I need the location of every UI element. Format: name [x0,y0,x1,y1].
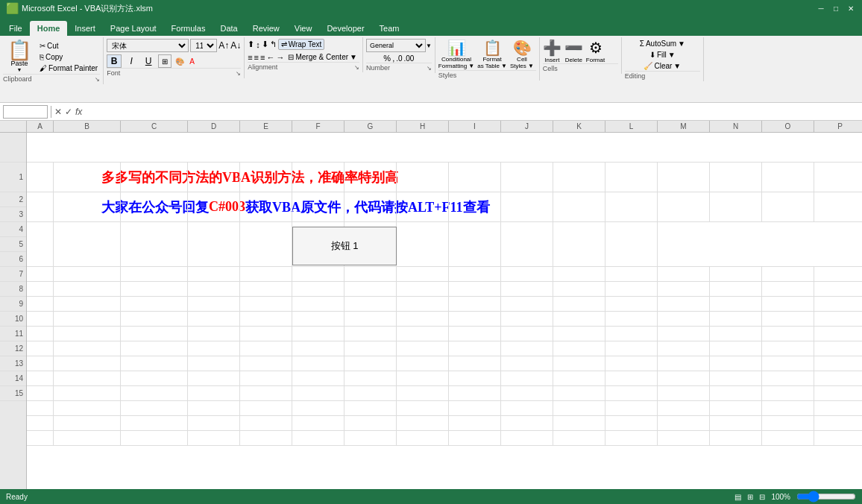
number-format-selector[interactable]: General [366,39,426,52]
empty-row-9[interactable] [27,401,862,416]
minimize-button[interactable]: ─ [816,3,826,13]
tab-data[interactable]: Data [213,21,245,36]
row-num-1: 1 [0,163,26,192]
clipboard-expand-icon[interactable]: ↘ [95,76,100,83]
spreadsheet: A B C D E F G H I J K L M N O P 1 2 3 4 … [0,121,862,500]
wrap-text-button[interactable]: ⇌ Wrap Text [278,39,325,50]
tab-developer[interactable]: Developer [319,21,371,36]
text-direction-icon[interactable]: ↰ [270,40,277,49]
autosum-button[interactable]: Σ AutoSum ▼ [638,39,688,48]
clear-button[interactable]: 🧹 Clear ▼ [641,61,683,71]
empty-row-11[interactable] [27,431,862,446]
tab-review[interactable]: Review [245,21,287,36]
empty-row-8[interactable] [27,386,862,401]
delete-button[interactable]: ➖ Delete [564,39,583,63]
insert-button[interactable]: ➕ Insert [543,39,561,63]
col-header-H: H [397,121,449,132]
align-center-icon[interactable]: ≡ [254,53,259,62]
excel-logo-icon: 🟩 [6,2,19,14]
row-1-content: 多多写的不同方法的VBA识别方法，准确率特别高 [27,163,862,192]
borders-button[interactable]: ⊞ [158,54,172,68]
maximize-button[interactable]: □ [831,3,841,13]
italic-button[interactable]: I [124,54,139,68]
comma-icon[interactable]: , [392,54,394,63]
sheet-view-layout-icon[interactable]: ⊞ [747,493,753,500]
empty-row-2[interactable] [27,297,862,312]
copy-button[interactable]: ⎘ Copy [37,52,100,62]
col-header-J: J [501,121,553,132]
fill-button[interactable]: ⬇ Fill ▼ [647,50,678,60]
close-button[interactable]: ✕ [846,3,856,13]
empty-row-1[interactable] [27,282,862,297]
row-num-8: 8 [0,282,26,297]
increase-font-icon[interactable]: A↑ [218,40,229,51]
empty-row-6[interactable] [27,356,862,371]
align-middle-icon[interactable]: ↕ [256,40,260,49]
tab-home[interactable]: Home [30,21,68,36]
merge-center-button[interactable]: ⊟ Merge & Center ▼ [286,52,359,62]
row-2[interactable]: 大家在公众号回复C#003获取VBA原文件，代码请按ALT+F11查看 [27,192,862,222]
number-format-dropdown-icon: ▼ [426,42,432,49]
format-button[interactable]: ⚙ Format [586,39,605,63]
alignment-expand-icon[interactable]: ↘ [354,64,359,71]
fill-color-button[interactable]: 🎨 [174,56,186,67]
align-right-icon[interactable]: ≡ [260,53,265,62]
copy-label: Copy [45,53,63,61]
font-expand-icon[interactable]: ↘ [236,70,241,77]
row-num-3: 3 [0,207,26,222]
row-1[interactable]: 多多写的不同方法的VBA识别方法，准确率特别高 [27,163,862,192]
tab-formulas[interactable]: Formulas [164,21,213,36]
tab-page-layout[interactable]: Page Layout [103,21,164,36]
empty-row-0[interactable] [27,267,862,282]
format-painter-button[interactable]: 🖌 Format Painter [37,63,100,73]
font-color-button[interactable]: A [188,56,196,67]
conditional-formatting-button[interactable]: 📊 ConditionalFormatting ▼ [438,39,474,70]
zoom-level: 100% [771,493,790,500]
align-top-icon[interactable]: ⬆ [248,40,254,49]
number-label: Number [366,64,390,72]
bold-button[interactable]: B [107,54,122,68]
empty-row-7[interactable] [27,371,862,386]
align-bottom-icon[interactable]: ⬇ [262,40,268,49]
name-box[interactable] [3,105,48,119]
font-name-selector[interactable]: 宋体 [107,39,189,52]
row-num-12: 12 [0,341,26,356]
tab-insert[interactable]: Insert [67,21,103,36]
insert-icon: ➕ [543,39,561,57]
font-group-label: Font [107,69,120,77]
sheet-button-1[interactable]: 按钮 1 [292,227,397,265]
wrap-text-label: Wrap Text [289,40,322,48]
indent-increase-icon[interactable]: → [276,53,284,62]
underline-button[interactable]: U [141,54,156,68]
cancel-formula-icon[interactable]: ✕ [54,107,62,117]
decrease-decimal-icon[interactable]: .0 [396,54,402,63]
paste-button[interactable]: 📋 Paste ▼ [3,39,36,74]
merge-dropdown-icon: ▼ [350,53,357,61]
increase-decimal-icon[interactable]: .00 [404,54,415,63]
tab-team[interactable]: Team [372,21,407,36]
tab-view[interactable]: View [287,21,320,36]
row-num-6: 6 [0,252,26,267]
cut-button[interactable]: ✂ Cut [37,41,100,51]
sheet-view-page-icon[interactable]: ⊟ [759,493,765,500]
number-expand-icon[interactable]: ↘ [427,65,432,72]
empty-row-10[interactable] [27,416,862,431]
insert-function-icon[interactable]: fx [75,107,82,117]
cell-styles-button[interactable]: 🎨 CellStyles ▼ [510,39,534,70]
col-header-N: N [710,121,762,132]
zoom-slider[interactable] [796,491,856,500]
empty-row-4[interactable] [27,327,862,341]
align-left-icon[interactable]: ≡ [248,53,252,62]
tab-file[interactable]: File [1,21,30,36]
indent-decrease-icon[interactable]: ← [266,53,274,62]
format-as-table-button[interactable]: 📋 Formatas Table ▼ [477,39,507,70]
empty-row-3[interactable] [27,312,862,327]
font-size-selector[interactable]: 11 [190,39,217,52]
confirm-formula-icon[interactable]: ✓ [65,107,72,117]
formula-input[interactable] [85,107,859,116]
empty-row-5[interactable] [27,341,862,356]
autosum-icon: Σ [640,40,644,48]
decrease-font-icon[interactable]: A↓ [230,40,241,51]
percent-icon[interactable]: % [383,54,391,63]
sheet-view-normal-icon[interactable]: ▤ [734,493,741,500]
